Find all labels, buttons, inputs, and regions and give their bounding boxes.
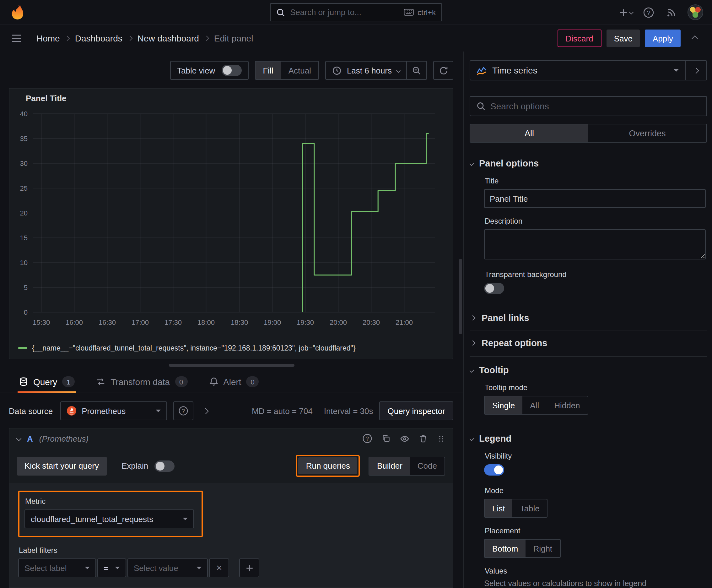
time-range-picker[interactable]: Last 6 hours — [326, 61, 407, 80]
timeseries-chart[interactable]: 051015202530354015:3016:0016:3017:0017:3… — [11, 107, 440, 339]
remove-filter-button[interactable] — [209, 559, 229, 577]
datasource-picker[interactable]: Prometheus — [60, 401, 167, 420]
svg-text:40: 40 — [20, 110, 28, 118]
datasource-help-button[interactable]: ? — [173, 401, 193, 420]
table-view-toggle[interactable] — [221, 65, 241, 76]
tab-transform[interactable]: Transform data 0 — [95, 376, 189, 393]
visualization-picker[interactable]: Time series — [470, 60, 686, 80]
legend-series-label[interactable]: {__name__="cloudflared_tunnel_total_requ… — [32, 344, 355, 352]
drag-handle-icon[interactable] — [437, 435, 445, 443]
panel-header: Panel Title — [9, 89, 453, 107]
legend-header[interactable]: Legend — [470, 425, 707, 452]
panel-links-section[interactable]: Panel links — [470, 305, 707, 330]
refresh-button[interactable] — [433, 61, 453, 80]
query-row-header[interactable]: A (Prometheus) ? — [9, 428, 453, 448]
panel-links-title: Panel links — [481, 313, 529, 322]
save-button[interactable]: Save — [606, 29, 640, 47]
tooltip-mode-hidden[interactable]: Hidden — [546, 396, 587, 414]
user-avatar[interactable] — [688, 4, 703, 20]
svg-text:5: 5 — [24, 284, 28, 292]
chevron-down-icon — [470, 368, 474, 373]
collapse-editor-button[interactable] — [686, 29, 703, 47]
explain-control: Explain — [122, 460, 175, 471]
label-filter-label-select[interactable]: Select label — [18, 559, 96, 577]
svg-text:10: 10 — [20, 259, 28, 267]
add-menu-button[interactable] — [617, 3, 635, 21]
pane-resize-handle[interactable] — [169, 364, 295, 367]
help-icon[interactable]: ? — [362, 434, 372, 443]
tooltip-header[interactable]: Tooltip — [470, 357, 707, 383]
panel-description-input[interactable] — [484, 229, 706, 259]
hide-query-icon[interactable] — [400, 434, 409, 443]
delete-query-icon[interactable] — [419, 434, 428, 443]
toggle-knob — [222, 66, 231, 75]
builder-option[interactable]: Builder — [369, 457, 410, 475]
tab-query[interactable]: Query 1 — [18, 376, 76, 393]
time-controls: Last 6 hours — [326, 61, 427, 80]
global-search-input[interactable] — [290, 7, 399, 17]
tooltip-mode-label: Tooltip mode — [485, 383, 706, 392]
tab-all[interactable]: All — [470, 124, 588, 142]
options-search-input[interactable] — [490, 101, 700, 111]
breadcrumb-bar: Home Dashboards New dashboard Edit panel… — [0, 25, 712, 51]
add-filter-button[interactable] — [239, 559, 259, 577]
menu-toggle-button[interactable] — [7, 29, 25, 47]
breadcrumb-new-dashboard[interactable]: New dashboard — [137, 33, 199, 43]
options-search[interactable] — [470, 96, 707, 116]
discard-button[interactable]: Discard — [558, 29, 602, 47]
grafana-logo[interactable] — [9, 3, 26, 21]
zoom-out-button[interactable] — [407, 61, 427, 80]
tab-overrides[interactable]: Overrides — [588, 124, 706, 142]
code-option[interactable]: Code — [410, 457, 445, 475]
metric-select[interactable]: cloudflared_tunnel_total_requests — [24, 509, 194, 528]
label-filter-value-select[interactable]: Select value — [127, 559, 208, 577]
duplicate-query-icon[interactable] — [382, 434, 390, 443]
breadcrumb-dashboards[interactable]: Dashboards — [75, 33, 123, 43]
panel-title-input[interactable] — [484, 189, 706, 208]
explain-toggle[interactable] — [154, 460, 175, 471]
actual-option[interactable]: Actual — [281, 62, 319, 79]
legend-section: Legend Visibility Mode List Table Placem… — [470, 425, 707, 588]
query-inspector-button[interactable]: Query inspector — [379, 401, 453, 420]
fill-option[interactable]: Fill — [255, 62, 281, 79]
grafana-edit-panel-page: ctrl+k ? — [0, 0, 712, 588]
chevron-right-icon — [693, 67, 699, 74]
run-queries-button[interactable]: Run queries — [299, 457, 358, 474]
query-row-actions: ? — [362, 434, 445, 443]
tooltip-mode-single[interactable]: Single — [485, 396, 522, 414]
tooltip-mode-all[interactable]: All — [522, 396, 546, 414]
panel-options-header[interactable]: Panel options — [470, 150, 707, 176]
vertical-scrollbar[interactable] — [459, 259, 462, 334]
viz-picker-toggle-button[interactable] — [686, 60, 707, 80]
label-filters-row: Select label = Select value — [18, 559, 444, 577]
legend-mode-table[interactable]: Table — [512, 499, 547, 517]
transparent-background-toggle[interactable] — [484, 283, 504, 294]
svg-text:0: 0 — [24, 309, 28, 316]
global-search[interactable]: ctrl+k — [270, 3, 442, 21]
svg-text:17:00: 17:00 — [132, 318, 149, 327]
legend-values-description: Select values or calculations to show in… — [484, 579, 706, 588]
legend-visibility-toggle[interactable] — [484, 464, 504, 476]
prometheus-icon — [67, 406, 77, 416]
fill-actual-group: Fill Actual — [255, 61, 319, 80]
legend-placement-bottom[interactable]: Bottom — [485, 540, 525, 557]
apply-button[interactable]: Apply — [645, 29, 681, 47]
breadcrumb-edit-panel: Edit panel — [214, 33, 253, 43]
news-button[interactable] — [662, 3, 680, 21]
label-filter-operator-select[interactable]: = — [97, 559, 126, 577]
legend-placement-group: Bottom Right — [484, 539, 560, 558]
tooltip-body: Tooltip mode Single All Hidden — [470, 383, 707, 423]
legend-placement-right[interactable]: Right — [525, 540, 560, 557]
kickstart-button[interactable]: Kick start your query — [17, 456, 106, 475]
svg-text:16:30: 16:30 — [99, 318, 116, 327]
query-options-toggle[interactable] — [202, 408, 209, 414]
query-options-summary[interactable]: MD = auto = 704 Interval = 30s — [252, 406, 373, 416]
repeat-options-section[interactable]: Repeat options — [470, 330, 707, 355]
breadcrumb-home[interactable]: Home — [37, 33, 60, 43]
panel-editor-pane: Table view Fill Actual Last 6 hours — [0, 51, 463, 588]
legend-mode-list[interactable]: List — [485, 499, 512, 517]
chevron-right-icon — [470, 340, 476, 345]
help-button[interactable]: ? — [640, 3, 657, 21]
max-data-points: MD = auto = 704 — [252, 406, 313, 416]
tab-alert[interactable]: Alert 0 — [208, 376, 260, 393]
